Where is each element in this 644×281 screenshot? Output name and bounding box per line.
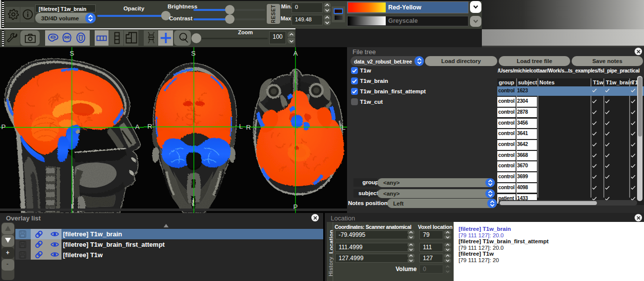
svg-text:A: A	[293, 50, 297, 57]
svg-text:L: L	[239, 123, 243, 130]
svg-text:I: I	[192, 197, 194, 204]
svg-text:P: P	[1, 123, 5, 131]
svg-text:I: I	[71, 203, 73, 210]
svg-text:RESET: RESET	[270, 4, 276, 23]
svg-text:P: P	[293, 203, 297, 211]
svg-text:S: S	[69, 50, 74, 57]
svg-text:A: A	[135, 123, 139, 131]
svg-text:R: R	[246, 124, 251, 131]
svg-text:L: L	[342, 124, 346, 131]
svg-text:R: R	[147, 123, 152, 130]
svg-text:S: S	[191, 50, 195, 57]
